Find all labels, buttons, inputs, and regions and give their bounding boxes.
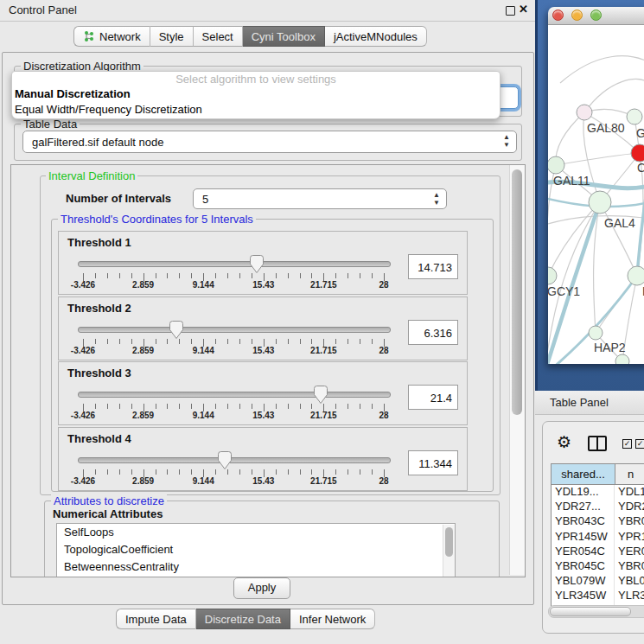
ruler-tick xyxy=(348,469,348,475)
checkbox-icon[interactable]: ✓ xyxy=(635,439,644,449)
tab-style[interactable]: Style xyxy=(150,26,194,47)
apply-button[interactable]: Apply xyxy=(233,577,290,599)
table-panel-title: Table Panel xyxy=(550,396,609,409)
ruler-tick-label: 2.859 xyxy=(132,280,154,290)
table-cell-name[interactable]: YBR0 xyxy=(615,514,644,529)
network-edge[interactable] xyxy=(584,80,644,112)
table-cell-shared-name[interactable]: YER054C xyxy=(552,545,615,559)
column-header-name[interactable]: n xyxy=(615,464,644,484)
table-cell-shared-name[interactable]: YPR145W xyxy=(552,530,615,545)
network-edge[interactable] xyxy=(556,153,640,165)
table-cell-name[interactable]: YBR0 xyxy=(615,559,644,574)
table-cell-shared-name[interactable]: YDR27... xyxy=(552,500,615,514)
tab-infer-network[interactable]: Infer Network xyxy=(290,609,375,629)
threshold-slider-knob[interactable] xyxy=(313,385,328,405)
threshold-slider-track[interactable] xyxy=(78,392,391,398)
table-row[interactable]: YBR045CYBR0 xyxy=(552,559,644,574)
threshold-value-field[interactable]: 11.344 xyxy=(408,450,458,475)
threshold-value-field[interactable]: 6.316 xyxy=(408,320,458,345)
tab-cyni-toolbox[interactable]: Cyni Toolbox xyxy=(243,26,325,47)
gear-icon[interactable]: ⚙ xyxy=(557,432,571,452)
tab-network[interactable]: Network xyxy=(73,26,150,47)
table-cell-shared-name[interactable]: YBR043C xyxy=(552,514,615,529)
table-data-combo[interactable]: galFiltered.sif default node ▲▼ xyxy=(22,131,517,153)
network-edge-thick[interactable] xyxy=(548,202,600,364)
popup-item[interactable]: Manual Discretization xyxy=(12,86,500,102)
network-edge[interactable] xyxy=(600,202,637,276)
table-cell-name[interactable]: YER0 xyxy=(615,545,644,559)
network-node[interactable] xyxy=(628,266,644,285)
table-row[interactable]: YPR145WYPR1 xyxy=(552,530,644,545)
network-node[interactable] xyxy=(627,109,642,124)
float-window-icon[interactable] xyxy=(506,6,515,16)
network-canvas[interactable]: GAL80GACGAL11GAL4GCY1HHAP2 xyxy=(548,25,644,364)
attributes-list-scrollbar[interactable] xyxy=(443,525,455,577)
table-row[interactable]: YDR27...YDR2 xyxy=(552,500,644,514)
table-cell-name[interactable]: YPR1 xyxy=(615,530,644,545)
network-node[interactable] xyxy=(548,267,557,284)
ruler-tick xyxy=(95,404,96,409)
ruler-tick xyxy=(335,469,336,475)
network-view-window[interactable]: GAL80GACGAL11GAL4GCY1HHAP2 xyxy=(548,7,644,364)
network-node[interactable] xyxy=(631,144,644,162)
threshold-slider-knob[interactable] xyxy=(249,254,265,274)
network-node[interactable] xyxy=(577,105,592,120)
list-item[interactable]: SelfLoops xyxy=(57,524,455,541)
table-horizontal-scrollbar-thumb[interactable] xyxy=(550,607,631,616)
table-cell-shared-name[interactable]: YLR345W xyxy=(552,589,615,603)
threshold-label: Threshold 1 xyxy=(67,236,131,249)
node-table: shared... n YDL19...YDL1YDR27...YDR2YBR0… xyxy=(551,463,644,617)
column-header-shared-name[interactable]: shared... xyxy=(552,464,615,484)
table-row[interactable]: YDL19...YDL1 xyxy=(552,485,644,500)
network-edge[interactable] xyxy=(548,202,600,276)
ruler-tick-label: 9.144 xyxy=(193,411,214,420)
tab-impute-data[interactable]: Impute Data xyxy=(116,609,196,629)
network-node[interactable] xyxy=(589,326,603,340)
control-panel-titlebar: Control Panel ✕ xyxy=(0,0,535,22)
list-item[interactable]: TopologicalCoefficient xyxy=(57,541,455,558)
network-node[interactable] xyxy=(548,156,564,174)
ruler-tick xyxy=(335,339,336,344)
close-icon[interactable]: ✕ xyxy=(519,3,528,16)
table-row[interactable]: YBL079WYBL0 xyxy=(552,574,644,589)
table-cell-name[interactable]: YBL0 xyxy=(615,574,644,589)
settings-scrollbar-thumb[interactable] xyxy=(512,169,522,415)
close-traffic-light-icon[interactable] xyxy=(552,10,564,21)
table-row[interactable]: YBR043CYBR0 xyxy=(552,514,644,529)
table-cell-shared-name[interactable]: YDL19... xyxy=(552,485,615,500)
network-node[interactable] xyxy=(589,191,611,214)
list-item[interactable]: BetweennessCentrality xyxy=(57,558,455,576)
attributes-list[interactable]: SelfLoopsTopologicalCoefficientBetweenne… xyxy=(56,523,456,577)
threshold-slider-track[interactable] xyxy=(78,261,391,267)
threshold-slider-track[interactable] xyxy=(78,457,391,463)
threshold-value-field[interactable]: 21.4 xyxy=(408,385,458,410)
tab-jactivemnodules[interactable]: jActiveMNodules xyxy=(325,26,427,47)
table-cell-name[interactable]: YDR2 xyxy=(615,500,644,514)
attributes-list-scrollbar-thumb[interactable] xyxy=(445,527,453,557)
ruler-tick xyxy=(239,339,240,344)
table-cell-shared-name[interactable]: YBL079W xyxy=(552,574,615,589)
checkbox-icon[interactable]: ✓ xyxy=(622,439,632,449)
table-row[interactable]: YLR345WYLR3 xyxy=(552,589,644,603)
threshold-slider-knob[interactable] xyxy=(169,320,184,340)
table-horizontal-scrollbar[interactable] xyxy=(548,605,644,618)
network-node[interactable] xyxy=(615,354,629,364)
table-cell-shared-name[interactable]: YBR045C xyxy=(552,559,615,574)
network-window-titlebar[interactable] xyxy=(548,7,644,25)
settings-scrollbar[interactable] xyxy=(509,165,525,575)
ruler-tick-label: 15.43 xyxy=(252,346,274,355)
tab-discretize-data[interactable]: Discretize Data xyxy=(196,609,290,629)
table-cell-name[interactable]: YDL1 xyxy=(615,485,644,500)
popup-item[interactable]: Equal Width/Frequency Discretization xyxy=(12,102,500,118)
threshold-slider-knob[interactable] xyxy=(217,450,233,470)
threshold-value-field[interactable]: 14.713 xyxy=(408,254,458,279)
threshold-slider-track[interactable] xyxy=(78,327,391,333)
num-intervals-spinner[interactable]: 5 ▲▼ xyxy=(193,188,447,209)
zoom-traffic-light-icon[interactable] xyxy=(590,10,602,21)
tab-select[interactable]: Select xyxy=(194,26,243,47)
minimize-traffic-light-icon[interactable] xyxy=(571,10,583,21)
ruler-tick xyxy=(239,273,240,278)
table-cell-name[interactable]: YLR3 xyxy=(615,589,644,603)
table-row[interactable]: YER054CYER0 xyxy=(552,545,644,559)
split-columns-icon[interactable] xyxy=(588,436,607,451)
